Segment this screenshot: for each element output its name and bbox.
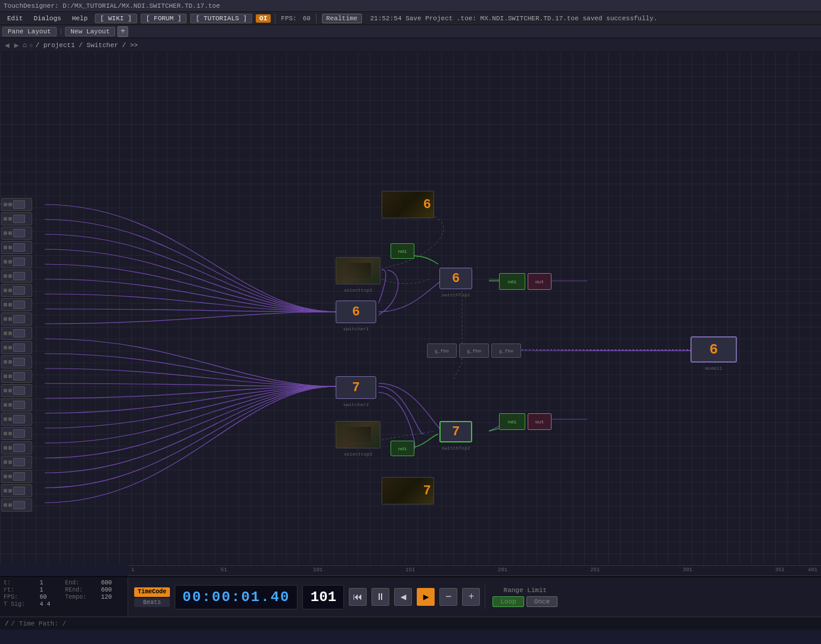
input-node-20[interactable]	[1, 470, 32, 483]
transport-controls: TimeCode Beats 00:00:01.40 101 ⏮ ⏸ ◀ ▶ −…	[128, 577, 821, 617]
input-node-1[interactable]	[1, 198, 32, 211]
tempo-value: 120	[101, 594, 125, 600]
realtime-button[interactable]: Realtime	[322, 14, 362, 23]
menu-dialogs[interactable]: Dialogs	[29, 14, 66, 23]
row-node-1[interactable]: g_fbo	[427, 343, 457, 358]
input-node-11[interactable]	[1, 341, 32, 354]
loop-button[interactable]: Loop	[492, 596, 523, 607]
long-connection-line	[522, 349, 692, 350]
row-node-3[interactable]: g_fbo	[491, 343, 521, 358]
input-node-16[interactable]	[1, 413, 32, 426]
small-green-right-6[interactable]: ndi	[499, 273, 525, 290]
input-node-22[interactable]	[1, 499, 32, 512]
pane-layout-button[interactable]: Pane Layout	[2, 27, 57, 36]
right-large-node-6[interactable]: 6 model1	[690, 336, 737, 363]
fps-stat-label: FPS:	[4, 594, 38, 600]
pause-button[interactable]: ⏸	[371, 588, 389, 606]
input-node-9[interactable]	[1, 312, 32, 326]
input-node-19[interactable]	[1, 456, 32, 469]
rend-label: REnd:	[65, 587, 99, 593]
input-node-7[interactable]	[1, 284, 32, 297]
small-green-node-lower[interactable]: ndi	[391, 441, 414, 456]
input-node-3[interactable]	[1, 227, 32, 240]
tempo-label: Tempo:	[65, 594, 99, 600]
menu-edit[interactable]: Edit	[2, 14, 27, 23]
rstart-value: 1	[40, 587, 63, 593]
tsig-label: T Sig:	[4, 601, 38, 608]
nav-bookmark-icon[interactable]: ☆	[29, 41, 33, 49]
top-video-node-6[interactable]: 6	[382, 191, 434, 218]
start-value: 1	[40, 580, 63, 586]
plus-button[interactable]: +	[462, 588, 480, 606]
num-6-right-label: switchTop1	[439, 292, 472, 298]
fps-stat-value: 60	[40, 594, 63, 600]
row-node-2[interactable]: g_fbo	[459, 343, 489, 358]
input-node-14[interactable]	[1, 384, 32, 397]
oi-button[interactable]: OI	[256, 14, 271, 23]
num-7-left-label: switcher2	[336, 402, 376, 407]
play-button[interactable]: ▶	[417, 588, 435, 606]
input-node-17[interactable]	[1, 427, 32, 440]
pink-node-6[interactable]: out	[528, 273, 552, 290]
fps-value: 60	[303, 15, 311, 22]
timeline-mark-251: 251	[590, 567, 600, 573]
once-button[interactable]: Once	[526, 596, 557, 607]
path-slash: /	[5, 620, 9, 627]
small-green-node-top[interactable]: ndi	[391, 243, 414, 259]
bot-video-label: 7	[423, 484, 431, 499]
input-node-4[interactable]	[1, 241, 32, 254]
separator	[275, 14, 275, 23]
num-node-7-left[interactable]: 7 switcher2	[336, 376, 376, 399]
input-node-18[interactable]	[1, 441, 32, 454]
nav-back[interactable]: ◀	[4, 41, 11, 50]
num-node-6-left[interactable]: 6 switcher1	[336, 301, 376, 323]
fps-label: FPS:	[281, 15, 296, 22]
menu-forum[interactable]: [ FORUM ]	[141, 14, 187, 23]
nav-home-icon[interactable]: ⌂	[23, 41, 27, 49]
input-node-21[interactable]	[1, 484, 32, 497]
new-layout-button[interactable]: New Layout	[65, 27, 115, 36]
mid-preview-top[interactable]: selecttop1	[336, 257, 380, 284]
menu-help[interactable]: Help	[67, 14, 92, 23]
input-node-12[interactable]	[1, 355, 32, 369]
pathbar-text: / Time Path: /	[11, 620, 66, 627]
input-node-8[interactable]	[1, 298, 32, 311]
timeline-area: 1 51 101 151 201 251 301 351 401	[128, 565, 821, 576]
input-node-13[interactable]	[1, 370, 32, 383]
timecode-display[interactable]: 00:00:01.40	[175, 585, 298, 609]
num-6-left-label: switcher1	[336, 326, 376, 332]
minus-button[interactable]: −	[439, 588, 457, 606]
right-6-label: model1	[690, 366, 737, 371]
small-green-right-7[interactable]: ndi	[499, 413, 525, 430]
input-node-2[interactable]	[1, 212, 32, 225]
num-node-7-right[interactable]: 7 switchTop2	[439, 421, 472, 442]
menu-tutorials[interactable]: [ TUTORIALS ]	[190, 14, 252, 23]
rewind-button[interactable]: ⏮	[349, 588, 367, 606]
timecode-button[interactable]: TimeCode	[134, 587, 170, 597]
range-buttons: Loop Once	[492, 596, 557, 607]
canvas-area[interactable]: 6 6 switcher1 7 switcher2 selecttop1 ndi	[0, 52, 821, 565]
add-layout-button[interactable]: +	[117, 26, 128, 37]
bot-video-node-7[interactable]: 7	[382, 477, 434, 504]
input-node-10[interactable]	[1, 327, 32, 340]
num-7-right-label: switchTop2	[439, 445, 472, 451]
pink-node-7[interactable]: out	[528, 413, 552, 430]
frame-display[interactable]: 101	[302, 585, 344, 609]
back-step-button[interactable]: ◀	[394, 588, 412, 606]
input-node-6[interactable]	[1, 270, 32, 283]
timeline-mark-351: 351	[775, 567, 785, 573]
menubar: Edit Dialogs Help [ WIKI ] [ FORUM ] [ T…	[0, 12, 821, 25]
top-video-label: 6	[423, 197, 431, 212]
beats-button[interactable]: Beats	[134, 598, 170, 607]
menu-wiki[interactable]: [ WIKI ]	[95, 14, 137, 23]
end-value: 600	[101, 580, 125, 586]
nav-forward[interactable]: ▶	[13, 41, 20, 50]
lower-preview-node[interactable]: selecttop2	[336, 421, 380, 448]
mode-buttons: TimeCode Beats	[134, 587, 170, 607]
timeline-mark-1: 1	[131, 567, 134, 573]
navbar: ◀ ▶ ⌂ ☆ / project1 / Switcher / >>	[0, 38, 821, 52]
input-dot	[4, 203, 7, 206]
input-node-15[interactable]	[1, 398, 32, 411]
input-node-5[interactable]	[1, 255, 32, 268]
num-node-6-right[interactable]: 6 switchTop1	[439, 268, 472, 289]
